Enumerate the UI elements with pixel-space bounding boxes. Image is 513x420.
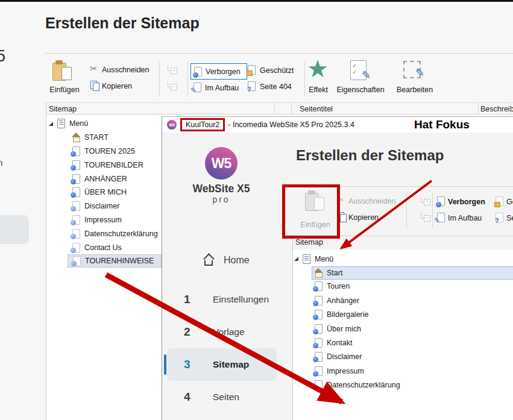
copy-button[interactable]: Kopieren	[102, 82, 132, 90]
step-number: 1	[184, 293, 213, 306]
app-icon: W5	[167, 120, 177, 130]
page-icon	[72, 243, 81, 252]
column-seitentitel[interactable]: Seitentitel	[300, 105, 333, 113]
step-label: Einstellungen	[213, 294, 269, 305]
protected-page-button[interactable]: Geschützt	[260, 66, 294, 75]
tree-item[interactable]: Anhänger	[293, 293, 513, 307]
collapse-triangle-icon[interactable]	[294, 257, 298, 261]
tree-item-label: START	[84, 133, 109, 142]
effect-button[interactable]: Effekt	[304, 86, 333, 94]
page-icon	[72, 187, 81, 197]
page-icon	[314, 281, 323, 291]
tree-item-label: ÜBER MICH	[84, 188, 127, 196]
tree-item-label: Bildergalerie	[327, 310, 368, 319]
tree-item-label: Datenschutzerklärung	[327, 381, 400, 389]
tree-item[interactable]: Impressum	[46, 213, 161, 227]
tree-item[interactable]: ÜBER MICH	[46, 186, 161, 199]
sidebar-step[interactable]: 2 Vorlage	[167, 316, 277, 348]
expand-level-icon[interactable]: +	[166, 64, 177, 74]
expand-level-icon[interactable]: +	[420, 196, 430, 205]
cut-icon: ✂	[90, 64, 98, 73]
page-icon	[314, 310, 323, 319]
copy-icon	[90, 81, 100, 90]
tree-item[interactable]: Datenschutzerklärung	[293, 378, 513, 392]
step-label: Vorlage	[213, 327, 245, 337]
tree-item[interactable]: Disclaimer	[46, 199, 161, 213]
sidebar-item-home[interactable]: Home	[203, 254, 250, 266]
tree-item[interactable]: Über mich	[293, 322, 513, 336]
page-title: Erstellen der Sitemap	[296, 147, 444, 164]
tree-root-label: Menü	[69, 119, 88, 128]
hidden-page-icon	[437, 196, 445, 206]
protected-page-button[interactable]: Geschützt	[506, 198, 513, 206]
column-sitemap[interactable]: Sitemap	[295, 238, 323, 246]
page-icon	[72, 229, 81, 239]
under-construction-button[interactable]: Im Aufbau	[205, 84, 239, 92]
collapse-triangle-icon[interactable]	[49, 122, 53, 126]
tree-item[interactable]: Disclaimer	[293, 350, 513, 364]
hidden-page-icon	[194, 67, 202, 77]
paste-icon	[305, 190, 324, 214]
collapse-level-icon[interactable]: −	[166, 81, 177, 90]
toolbar-separator	[406, 193, 407, 228]
screenshot-stage: 5 n Erstellen der Sitemap Einfügen ✂ Aus…	[0, 0, 513, 420]
column-separator	[274, 104, 275, 114]
paste-button[interactable]: Einfügen	[48, 86, 81, 94]
tree-item[interactable]: Impressum	[293, 364, 513, 378]
tree-item[interactable]: Datenschutzerklärung	[46, 227, 161, 240]
clipped-step-label-fragment: n	[0, 157, 2, 168]
page-icon	[314, 296, 323, 306]
tree-root-menu[interactable]: Menü	[293, 252, 513, 266]
tree-item[interactable]: Bildergalerie	[293, 308, 513, 322]
sidebar-step[interactable]: 1 Einstellungen	[167, 283, 277, 316]
tree-item[interactable]: Touren	[293, 280, 513, 293]
page-404-button[interactable]: Seite 404	[260, 83, 292, 91]
edit-button[interactable]: Bearbeiten	[393, 86, 436, 94]
page-icon	[72, 215, 81, 225]
websitex5-logo: W5	[205, 147, 238, 180]
tree-item-label: Touren	[327, 282, 350, 290]
tree-item-label: TOURENBILDER	[84, 161, 143, 169]
tree-item[interactable]: Kontakt	[293, 336, 513, 349]
clipped-selected-step-box	[0, 215, 29, 244]
tree-item-label: Impressum	[84, 216, 122, 224]
heading-divider	[293, 186, 513, 187]
logo-name: WebSite X5	[167, 183, 275, 195]
page-icon	[72, 201, 81, 211]
window-title: - Incomedia WebSite X5 Pro 2025.3.4	[228, 121, 354, 129]
hidden-page-toggle[interactable]: Verborgen	[190, 63, 247, 80]
page-icon	[72, 160, 81, 170]
tree-item[interactable]: Start	[312, 266, 513, 279]
tree-item[interactable]: START	[46, 131, 161, 145]
menu-icon	[57, 119, 66, 128]
under-construction-button[interactable]: Im Aufbau	[448, 214, 482, 222]
page-icon	[314, 324, 323, 334]
bg-sitemap-tree: Menü START TOUREN 2025	[46, 117, 161, 268]
hidden-page-button[interactable]: Verborgen	[448, 198, 485, 206]
cut-button[interactable]: Ausschneiden	[102, 66, 149, 74]
tree-item[interactable]: ANHÄNGER	[46, 172, 161, 186]
tree-item[interactable]: TOURENBILDER	[46, 158, 161, 172]
tree-root-menu[interactable]: Menü	[46, 117, 161, 131]
sidebar-step[interactable]: 4 Seiten	[167, 381, 277, 413]
tree-item[interactable]: TOUREN 2025	[46, 145, 161, 158]
sidebar-step[interactable]: 3 Sitemap	[167, 348, 277, 381]
protected-page-icon	[248, 65, 256, 75]
collapse-level-icon[interactable]: −	[420, 212, 430, 222]
page-404-icon	[496, 213, 503, 222]
properties-button[interactable]: Eigenschaften	[336, 86, 385, 94]
column-beschreibung[interactable]: Beschreibung	[480, 105, 513, 113]
copy-button[interactable]: Kopieren	[348, 213, 379, 222]
toolbar-separator	[187, 61, 188, 96]
tree-item[interactable]: Contact Us	[46, 240, 161, 254]
paste-button[interactable]: Einfügen	[298, 221, 332, 229]
clipped-logo-fragment: 5	[0, 47, 5, 66]
copy-icon	[338, 212, 347, 222]
column-sitemap[interactable]: Sitemap	[49, 105, 77, 113]
tree-item-label: Disclaimer	[84, 202, 119, 210]
tree-item[interactable]: TOURENHINWEISE	[68, 254, 162, 268]
page-404-button[interactable]: Seite 404	[506, 214, 513, 222]
page-404-icon	[248, 81, 256, 91]
protected-page-icon	[496, 196, 503, 206]
cut-button[interactable]: Ausschneiden	[348, 197, 396, 205]
